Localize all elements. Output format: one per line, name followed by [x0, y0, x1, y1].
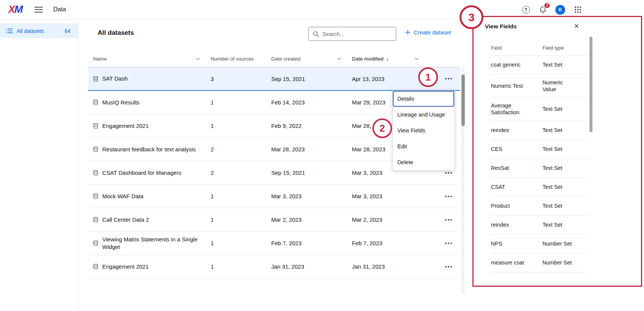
row-actions-button[interactable]: [442, 214, 455, 225]
context-menu-item[interactable]: Edit: [393, 138, 454, 154]
dataset-date-modified: Feb 7, 2023: [352, 240, 421, 246]
menu-item-label: View Fields: [397, 128, 425, 134]
dataset-icon: [93, 76, 98, 82]
avatar-initial: K: [558, 7, 562, 12]
dataset-icon: [93, 193, 98, 199]
context-menu-item[interactable]: Lineage and Usage: [393, 107, 454, 123]
field-row: reindex Text Set: [491, 216, 589, 235]
column-header-actions: [421, 50, 460, 67]
panel-scrollbar-thumb[interactable]: [589, 37, 592, 132]
dataset-name: Call Center Data 2: [102, 216, 149, 224]
field-name: reindex: [491, 127, 542, 134]
chevron-down-icon[interactable]: [196, 56, 200, 60]
field-column-header: Field: [491, 45, 542, 51]
dataset-icon: [93, 264, 98, 269]
row-actions-button[interactable]: [442, 261, 455, 272]
field-type: Text Set: [542, 146, 576, 152]
annotation-circle-2: 2: [372, 118, 392, 138]
field-name: measure csat: [491, 259, 542, 266]
logo-letter-x: X: [8, 5, 14, 15]
menu-item-label: Delete: [397, 159, 413, 165]
field-name: csat generic: [491, 61, 542, 68]
table-row[interactable]: SAT Dash 3 Sep 15, 2021 Apr 13, 2023: [88, 67, 460, 91]
dataset-sources: 3: [211, 76, 271, 82]
field-type: Text Set: [542, 202, 576, 209]
field-row: ResSat Text Set: [491, 159, 589, 178]
fields-table: Field Field type csat generic Text Set N…: [491, 40, 589, 272]
search-input[interactable]: [322, 31, 392, 37]
dataset-date-modified: Apr 13, 2023: [352, 76, 421, 82]
sidebar-item-all-datasets[interactable]: All datasets 64: [0, 23, 78, 38]
dataset-date-created: Mar 28, 2023: [271, 146, 352, 152]
table-header-row: Name Number of sources Date created Date…: [88, 50, 460, 67]
field-name: CES: [491, 146, 542, 152]
dataset-date-created: Mar 2, 2023: [271, 216, 352, 223]
create-dataset-button[interactable]: Create dataset: [405, 29, 451, 36]
notifications-button[interactable]: 7: [538, 5, 547, 14]
page-title: Data: [53, 6, 66, 13]
context-menu-item[interactable]: Delete: [393, 154, 454, 170]
main-scrollbar[interactable]: [461, 68, 465, 295]
dataset-date-created: Sep 15, 2021: [271, 76, 352, 82]
field-row: CSAT Text Set: [491, 178, 589, 197]
dataset-icon: [93, 123, 98, 129]
main-scrollbar-thumb[interactable]: [461, 75, 465, 126]
xm-logo[interactable]: XM: [8, 5, 22, 15]
menu-item-label: Details: [397, 96, 414, 102]
context-menu: Details Lineage and Usage View Fields Ed…: [392, 90, 455, 171]
annotation-label: 3: [468, 11, 475, 24]
field-row: Numeric Test Numeric Value: [491, 75, 589, 98]
help-button[interactable]: ?: [521, 5, 530, 14]
plus-icon: [405, 29, 411, 36]
column-header-sources: Number of sources: [211, 50, 271, 67]
table-row[interactable]: Mock WAF Data 1 Mar 3, 2023 Mar 3, 2023: [88, 185, 460, 208]
table-row[interactable]: Engagement 2021 1 Jan 31, 2023 Jan 31, 2…: [88, 255, 460, 278]
column-header-date-modified[interactable]: Date modified ↓: [352, 50, 421, 67]
global-nav-menu-button[interactable]: [34, 7, 43, 12]
field-name: NPS: [491, 240, 542, 247]
field-type: Text Set: [542, 61, 576, 68]
sort-desc-icon: ↓: [386, 56, 389, 62]
dataset-name: MusIQ Results: [102, 99, 139, 106]
field-type: Number Set: [542, 240, 576, 247]
dataset-date-created: Feb 7, 2023: [271, 240, 352, 246]
dataset-name: Engagement 2021: [102, 122, 149, 130]
list-icon: [6, 28, 13, 34]
row-actions-button[interactable]: [442, 73, 455, 84]
field-row: reindex Text Set: [491, 121, 589, 140]
context-menu-item[interactable]: View Fields: [393, 123, 454, 138]
field-type: Text Set: [542, 183, 576, 190]
context-menu-item[interactable]: Details: [393, 91, 454, 107]
table-row[interactable]: Viewing Matrix Statements in a Single Wi…: [88, 232, 460, 255]
chevron-down-icon[interactable]: [415, 56, 419, 60]
question-icon: ?: [522, 6, 530, 14]
column-label: Date modified: [352, 56, 383, 62]
dataset-date-modified: Jan 31, 2023: [352, 263, 421, 270]
row-actions-button[interactable]: [442, 238, 455, 249]
dataset-icon: [93, 100, 98, 105]
menu-item-label: Edit: [397, 143, 407, 149]
notification-badge: 7: [544, 2, 550, 9]
table-row[interactable]: Call Center Data 2 1 Mar 2, 2023 Mar 2, …: [88, 208, 460, 232]
dataset-date-modified: Mar 2, 2023: [352, 216, 421, 223]
column-label: Number of sources: [211, 56, 254, 62]
column-header-date-created[interactable]: Date created: [271, 50, 352, 67]
sidebar: All datasets 64: [0, 19, 78, 311]
row-actions-button[interactable]: [442, 191, 455, 202]
avatar[interactable]: K: [555, 5, 565, 15]
dataset-sources: 2: [211, 146, 271, 152]
field-type: Text Set: [542, 127, 576, 134]
annotation-label: 2: [380, 123, 385, 134]
dataset-sources: 1: [211, 123, 271, 129]
logo-letter-m: M: [14, 5, 22, 15]
chevron-down-icon[interactable]: [338, 56, 341, 60]
search-box[interactable]: [308, 27, 396, 41]
column-header-name[interactable]: Name: [88, 50, 211, 67]
dataset-name: SAT Dash: [102, 75, 128, 82]
create-dataset-label: Create dataset: [414, 29, 451, 36]
fields-list: csat generic Text Set Numeric Test Numer…: [491, 56, 589, 272]
apps-grid-button[interactable]: [573, 5, 582, 14]
dataset-name: Mock WAF Data: [102, 193, 144, 200]
field-name: Product: [491, 202, 542, 209]
close-button[interactable]: ×: [571, 21, 582, 31]
